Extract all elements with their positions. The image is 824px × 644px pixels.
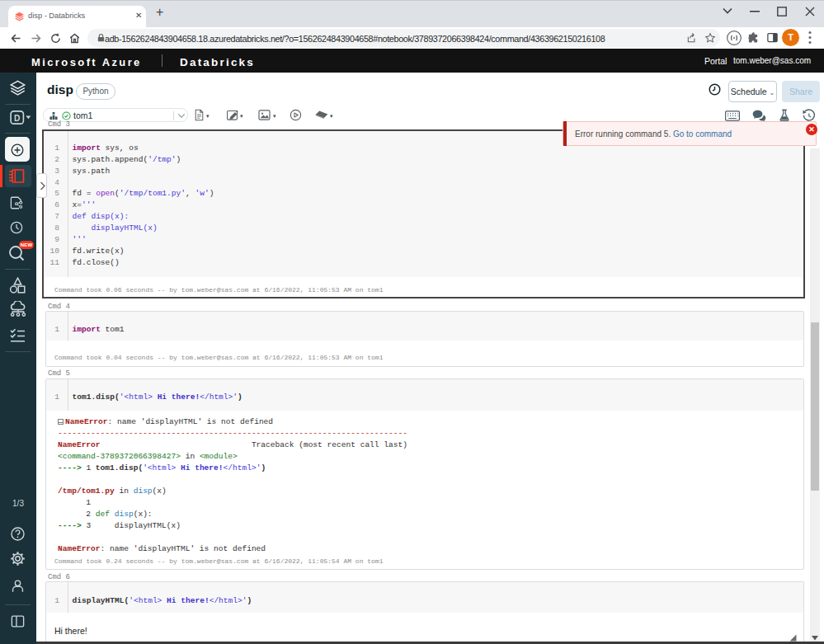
svg-text:D: D	[14, 114, 20, 123]
